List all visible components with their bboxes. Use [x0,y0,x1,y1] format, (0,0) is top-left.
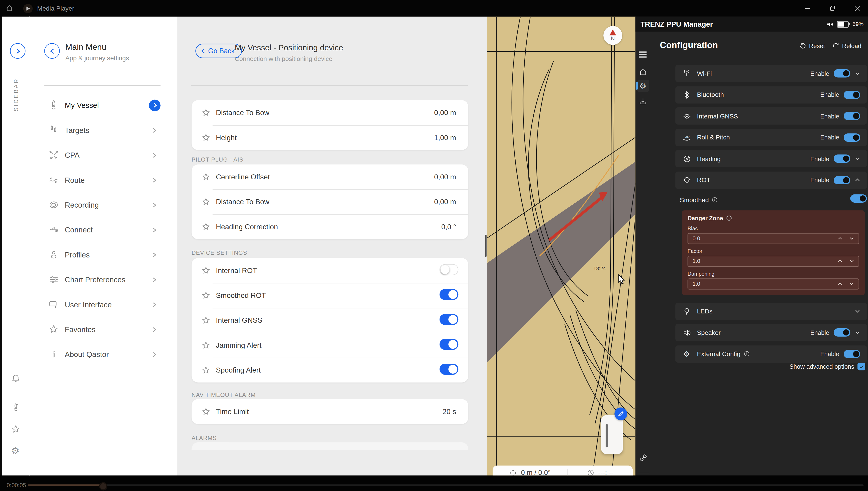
chevron-down-icon[interactable] [855,309,860,314]
internal-gnss-enable-toggle[interactable] [844,112,860,120]
favorite-star-icon[interactable] [201,291,210,300]
favorite-star-icon[interactable] [201,341,210,349]
chevron-up-icon[interactable] [855,177,860,183]
sidebar-expand-button[interactable] [10,43,26,59]
setting-value[interactable]: 20 s [442,407,456,416]
compass-north-indicator[interactable]: N [603,26,622,45]
my-vessel-favorite-icon[interactable] [11,403,21,412]
setting-value[interactable]: 0,00 m [434,173,456,181]
offset-readout[interactable]: 0 m / 0.0° [493,469,568,475]
info-icon[interactable] [744,351,750,356]
sidebar-item-profiles[interactable]: Profiles [29,244,177,266]
smoothed-toggle[interactable] [850,194,867,203]
factor-value[interactable]: 1.0 [692,258,838,264]
sidebar-item-route[interactable]: Route [29,169,177,191]
setting-row-internal-rot[interactable]: Internal ROT [192,258,468,283]
stepper-down-icon[interactable] [849,259,854,264]
factor-stepper[interactable]: 1.0 [688,255,859,266]
wifi-enable-toggle[interactable] [834,69,850,78]
reload-button[interactable]: Reload [833,42,861,49]
speaker-enable-toggle[interactable] [834,328,850,337]
favorite-star-icon[interactable] [201,108,210,117]
setting-value[interactable]: 1,00 m [434,133,456,142]
config-row-internal-gnss[interactable]: Internal GNSS Enable [675,107,867,124]
setting-row-distance-to-bow-ais[interactable]: Distance To Bow 0,00 m [192,189,468,214]
bias-stepper[interactable]: 0.0 [688,233,859,244]
connection-plug-icon[interactable] [639,453,647,462]
scrollbar-thumb[interactable] [485,235,487,257]
favorite-star-icon[interactable] [201,133,210,142]
setting-value[interactable]: 0,0 ° [441,223,456,231]
sidebar-item-about-qastor[interactable]: About Qastor [29,343,177,365]
setting-row-spoofing-alert[interactable]: Spoofing Alert [192,358,468,382]
dampening-value[interactable]: 1.0 [692,281,838,287]
show-advanced-options[interactable]: Show advanced options [789,363,865,370]
roll-pitch-enable-toggle[interactable] [844,133,860,142]
stepper-up-icon[interactable] [838,236,842,241]
edit-pencil-button[interactable] [614,407,627,420]
stepper-down-icon[interactable] [849,236,854,241]
notifications-bell-icon[interactable] [11,374,21,383]
menu-back-button[interactable] [44,43,60,59]
favorite-star-icon[interactable] [201,222,210,231]
setting-row-centerline-offset[interactable]: Centerline Offset 0,00 m [192,165,468,189]
stepper-down-icon[interactable] [849,281,854,286]
setting-row-smoothed-rot[interactable]: Smoothed ROT [192,283,468,308]
favorite-star-icon[interactable] [201,366,210,374]
sidebar-item-recording[interactable]: Recording [29,194,177,216]
heading-enable-toggle[interactable] [834,154,850,163]
spoofing-alert-toggle[interactable] [439,364,458,375]
dampening-stepper[interactable]: 1.0 [688,278,859,289]
bluetooth-enable-toggle[interactable] [844,90,860,99]
seek-bar[interactable] [28,485,864,486]
info-icon[interactable] [726,215,732,221]
info-icon[interactable] [712,197,718,202]
external-config-enable-toggle[interactable] [844,349,860,358]
config-row-external-config[interactable]: ⚙ External Config Enable [675,345,867,363]
eta-readout[interactable]: ---: -- [567,469,633,475]
minimize-button[interactable] [804,5,810,11]
sidebar-item-chart-preferences[interactable]: Chart Preferences [29,268,177,291]
internal-gnss-toggle[interactable] [439,314,458,325]
rot-enable-toggle[interactable] [834,176,850,184]
chevron-down-icon[interactable] [855,70,860,76]
setting-value[interactable]: 0,00 m [434,109,456,117]
favorite-star-icon[interactable] [201,316,210,325]
setting-value[interactable]: 0,00 m [434,198,456,206]
bias-value[interactable]: 0.0 [692,235,838,241]
chevron-down-icon[interactable] [855,330,860,335]
settings-gear-icon[interactable]: ⚙ [639,82,646,90]
sidebar-item-connect[interactable]: Connect [29,219,177,241]
sidebar-item-favorites[interactable]: Favorites [29,318,177,341]
internal-rot-toggle[interactable] [439,264,458,275]
config-row-rot[interactable]: ROT Enable [675,171,867,189]
setting-row-height[interactable]: Height 1,00 m [192,125,468,150]
favorite-star-icon[interactable] [201,266,210,275]
stepper-up-icon[interactable] [838,259,842,264]
setting-row-internal-gnss[interactable]: Internal GNSS [192,308,468,333]
setting-row-distance-to-bow[interactable]: Distance To Bow 0,00 m [192,100,468,125]
maximize-button[interactable] [829,5,835,11]
config-row-roll-pitch[interactable]: 3D Roll & Pitch Enable [675,128,867,146]
hamburger-menu-icon[interactable] [639,52,646,57]
home-icon[interactable] [639,68,647,77]
smoothed-rot-toggle[interactable] [439,289,458,300]
sidebar-item-cpa[interactable]: CPA [29,144,177,166]
sidebar-item-my-vessel[interactable]: My Vessel [29,94,177,116]
seek-bar-handle[interactable] [99,482,107,491]
chart-map[interactable]: 13:24 N 0 m / 0.0° ---: -- [487,17,636,475]
advanced-options-checkbox[interactable] [858,363,865,370]
sidebar-item-targets[interactable]: Targets [29,119,177,141]
favorite-star-icon[interactable] [201,407,210,416]
close-button[interactable] [854,5,860,11]
setting-row-heading-correction[interactable]: Heading Correction 0,0 ° [192,214,468,239]
favorite-star-icon[interactable] [201,197,210,206]
config-row-wifi[interactable]: Wi-Fi Enable [675,65,867,82]
stepper-up-icon[interactable] [838,281,842,286]
config-row-heading[interactable]: Heading Enable [675,150,867,167]
settings-gear-icon[interactable]: ⚙ [11,446,20,456]
jamming-alert-toggle[interactable] [439,339,458,349]
sidebar-item-user-interface[interactable]: User Interface [29,293,177,315]
chevron-down-icon[interactable] [855,156,860,162]
config-row-leds[interactable]: LEDs [675,302,867,320]
